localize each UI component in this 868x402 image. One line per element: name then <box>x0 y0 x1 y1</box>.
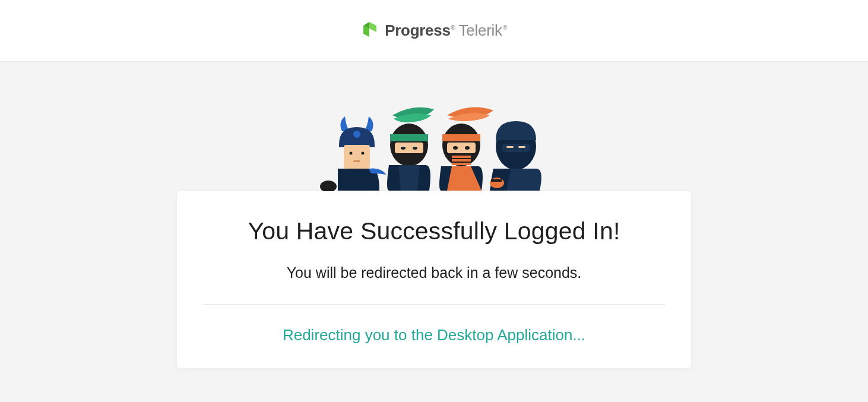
progress-logo-icon <box>361 21 379 41</box>
svg-point-25 <box>490 178 504 188</box>
brand-logo: Progress® Telerik® <box>361 21 507 41</box>
redirect-message: Redirecting you to the Desktop Applicati… <box>203 326 665 344</box>
svg-rect-7 <box>390 134 428 141</box>
divider <box>203 304 665 305</box>
svg-rect-1 <box>344 145 370 169</box>
success-title: You Have Successfully Logged In! <box>203 217 665 245</box>
svg-rect-22 <box>502 144 530 152</box>
svg-rect-4 <box>353 160 360 162</box>
ninja-illustration <box>309 99 559 196</box>
svg-point-16 <box>453 146 458 150</box>
redirect-subtext: You will be redirected back in a few sec… <box>203 264 665 281</box>
brand-secondary-text: Telerik® <box>459 21 507 40</box>
svg-point-3 <box>362 152 365 155</box>
svg-rect-24 <box>518 146 525 148</box>
svg-rect-26 <box>491 179 502 182</box>
svg-rect-15 <box>447 143 476 153</box>
brand-primary-text: Progress® <box>385 21 455 40</box>
svg-rect-18 <box>452 156 471 158</box>
success-card: You Have Successfully Logged In! You wil… <box>177 191 691 368</box>
header: Progress® Telerik® <box>0 0 868 62</box>
svg-rect-20 <box>452 163 471 165</box>
svg-point-0 <box>353 131 360 138</box>
svg-point-17 <box>465 146 470 150</box>
svg-rect-8 <box>395 143 423 153</box>
svg-rect-19 <box>452 159 471 162</box>
svg-point-2 <box>350 152 353 155</box>
content-area: You Have Successfully Logged In! You wil… <box>0 62 868 402</box>
svg-rect-11 <box>401 146 406 147</box>
svg-rect-12 <box>413 146 417 147</box>
svg-rect-23 <box>506 146 514 148</box>
svg-rect-14 <box>442 134 480 141</box>
svg-point-5 <box>320 181 337 192</box>
brand-text: Progress® Telerik® <box>385 21 507 40</box>
